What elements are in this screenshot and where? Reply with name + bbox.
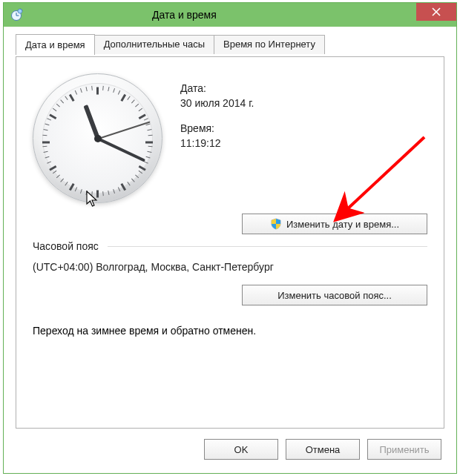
change-timezone-label: Изменить часовой пояс...	[277, 290, 392, 301]
apply-button[interactable]: Применить	[367, 439, 441, 460]
close-icon	[432, 6, 441, 19]
tab-additional-clocks[interactable]: Дополнительные часы	[94, 35, 214, 54]
date-value: 30 июля 2014 г.	[180, 97, 254, 109]
tab-strip: Дата и время Дополнительные часы Время п…	[7, 30, 453, 54]
analog-clock	[33, 73, 170, 211]
timezone-title: Часовой пояс	[33, 240, 99, 252]
uac-shield-icon	[270, 218, 282, 230]
time-label: Время:	[180, 122, 254, 134]
ok-button[interactable]: OK	[204, 439, 278, 460]
close-button[interactable]	[416, 3, 456, 21]
time-value: 11:19:12	[180, 137, 254, 149]
tab-internet-time[interactable]: Время по Интернету	[214, 35, 325, 54]
change-timezone-button[interactable]: Изменить часовой пояс...	[242, 285, 427, 305]
dialog-buttons: OK Отмена Применить	[204, 439, 441, 460]
change-datetime-label: Изменить дату и время...	[286, 219, 399, 230]
datetime-info: Дата: 30 июля 2014 г. Время: 11:19:12	[180, 73, 254, 162]
dst-note: Переход на зимнее время и обратно отмене…	[33, 325, 427, 337]
section-divider	[108, 246, 427, 247]
title-bar: Дата и время	[4, 3, 456, 27]
cancel-button[interactable]: Отмена	[286, 439, 360, 460]
change-datetime-button[interactable]: Изменить дату и время...	[242, 214, 427, 234]
timezone-value: (UTC+04:00) Волгоград, Москва, Санкт-Пет…	[33, 261, 427, 273]
tab-panel-datetime: Дата: 30 июля 2014 г. Время: 11:19:12	[16, 56, 444, 429]
datetime-app-icon	[10, 8, 23, 22]
client-area: Дата и время Дополнительные часы Время п…	[7, 30, 453, 470]
window-title: Дата и время	[152, 9, 217, 21]
date-time-window: Дата и время Дата и время Дополнительные…	[3, 2, 457, 474]
date-label: Дата:	[180, 82, 254, 94]
tab-datetime[interactable]: Дата и время	[16, 34, 95, 55]
timezone-section: Часовой пояс (UTC+04:00) Волгоград, Моск…	[33, 240, 427, 305]
